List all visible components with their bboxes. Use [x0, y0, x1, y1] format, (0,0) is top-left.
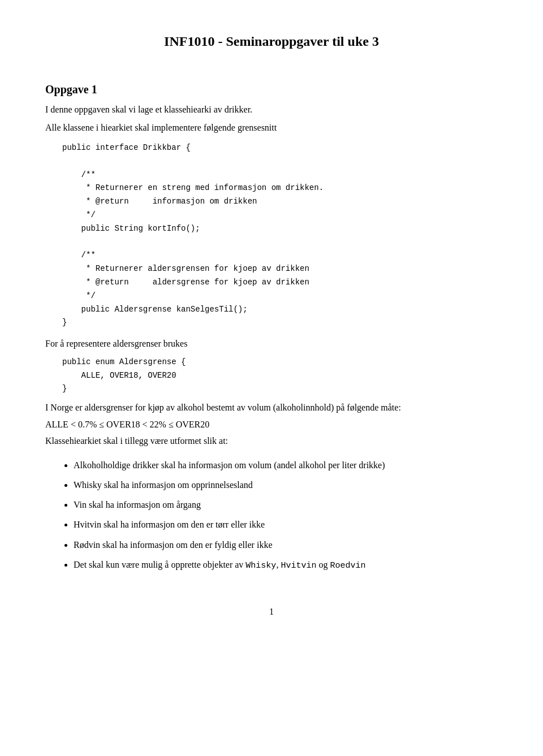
norge-text-1: I Norge er aldersgrenser for kjøp av alk…: [45, 400, 498, 415]
oppgave1-heading: Oppgave 1: [45, 83, 498, 96]
intro-text-2: Alle klassene i hiearkiet skal implement…: [45, 121, 498, 135]
requirements-list: Alkoholholdige drikker skal ha informasj…: [74, 457, 498, 573]
list-item: Det skal kun være mulig å opprette objek…: [74, 557, 498, 573]
inline-code-hvitvin: Hvitvin: [281, 561, 316, 571]
code-interface: public interface Drikkbar { /** * Return…: [62, 141, 498, 330]
norge-text-2: ALLE < 0.7% ≤ OVER18 < 22% ≤ OVER20: [45, 417, 498, 432]
enum-block: public enum Aldersgrense { ALLE, OVER18,…: [62, 356, 498, 396]
list-item: Rødvin skal ha informasjon om den er fyl…: [74, 537, 498, 552]
list-item: Hvitvin skal ha informasjon om den er tø…: [74, 517, 498, 532]
list-item: Whisky skal ha informasjon om opprinnels…: [74, 477, 498, 493]
list-item: Alkoholholdige drikker skal ha informasj…: [74, 457, 498, 473]
page-title: INF1010 - Seminaroppgaver til uke 3: [45, 34, 498, 49]
inline-code-roedvin: Roedvin: [330, 561, 365, 571]
for-text: For å representere aldersgrenser brukes: [45, 336, 498, 351]
list-item: Vin skal ha informasjon om årgang: [74, 497, 498, 512]
intro-text-1: I denne oppgaven skal vi lage et klasseh…: [45, 103, 498, 116]
page-number: 1: [45, 607, 498, 617]
inline-code-whisky: Whisky: [245, 561, 276, 571]
klasse-text: Klassehiearkiet skal i tillegg være utfo…: [45, 434, 498, 448]
